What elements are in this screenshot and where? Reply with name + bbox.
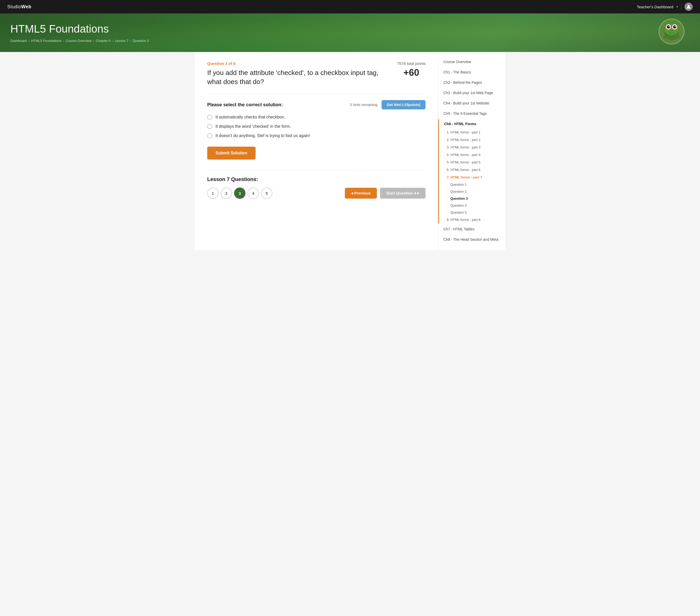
hero-content: HTML5 Foundations Dashboard › HTML5 Foun… bbox=[0, 13, 700, 52]
sidebar-lesson-1[interactable]: 1. HTML forms - part 1 bbox=[439, 128, 505, 136]
sidebar-ch3: Ch3 - Build your 1st Web Page bbox=[438, 88, 505, 98]
logo-plain: Studio bbox=[7, 4, 21, 9]
sidebar-question-5[interactable]: Question 5 bbox=[439, 209, 505, 216]
sidebar-lesson-3[interactable]: 3. HTML forms - part 3 bbox=[439, 143, 505, 151]
question-left: Question 3 of 5: If you add the attribut… bbox=[207, 61, 387, 86]
option-1-radio[interactable] bbox=[207, 115, 212, 120]
option-2-radio[interactable] bbox=[207, 124, 212, 129]
sidebar-item-ch5[interactable]: Ch5 - The 9 Essential Tags bbox=[438, 109, 505, 118]
sidebar-lesson-7[interactable]: 7. HTML forms - part 7 bbox=[439, 174, 505, 181]
option-1[interactable]: It automatically checks that checkbox. bbox=[207, 115, 426, 120]
sidebar-question-4[interactable]: Question 4 bbox=[439, 202, 505, 209]
question-numbers: 1 2 3 4 5 bbox=[207, 188, 272, 199]
main-layout: Question 3 of 5: If you add the attribut… bbox=[195, 52, 505, 250]
submit-solution-button[interactable]: Submit Solution bbox=[207, 147, 255, 160]
user-avatar[interactable] bbox=[685, 3, 693, 11]
solutions-title: Please select the correct solution: bbox=[207, 102, 283, 108]
option-3-label: It doesn't do anything. Stef is trying t… bbox=[215, 134, 310, 138]
sidebar-item-ch2[interactable]: Ch2 - Behind the Pages bbox=[438, 78, 505, 87]
sidebar-item-ch3[interactable]: Ch3 - Build your 1st Web Page bbox=[438, 88, 505, 98]
sidebar-question-1[interactable]: Question 1 bbox=[439, 181, 505, 188]
sidebar-item-ch1[interactable]: Ch1 - The Basics bbox=[438, 67, 505, 77]
topnav-divider bbox=[681, 4, 682, 10]
option-3-radio[interactable] bbox=[207, 133, 212, 138]
sidebar-item-ch4[interactable]: Ch4 - Build your 1st Website bbox=[438, 99, 505, 108]
frog-avatar bbox=[659, 18, 685, 45]
options-list: It automatically checks that checkbox. I… bbox=[207, 115, 426, 138]
page-title: HTML5 Foundations bbox=[10, 23, 690, 35]
svg-point-0 bbox=[688, 5, 690, 7]
solutions-header: Please select the correct solution: 3 hi… bbox=[207, 100, 426, 109]
question-number: Question 3 of 5: bbox=[207, 61, 387, 66]
divider-1 bbox=[207, 93, 426, 94]
option-2[interactable]: It displays the word 'checked' in the fo… bbox=[207, 124, 426, 129]
svg-point-14 bbox=[676, 36, 680, 38]
question-num-3[interactable]: 3 bbox=[234, 188, 246, 199]
breadcrumb-sep-5: › bbox=[130, 39, 131, 43]
topnav-chevron-icon[interactable]: ▾ bbox=[676, 5, 678, 9]
sidebar-question-3[interactable]: Question 3 bbox=[439, 195, 505, 202]
breadcrumb-question3[interactable]: Question 3 bbox=[133, 39, 149, 43]
sidebar-ch6: Ch6 - HTML Forms 1. HTML forms - part 1 … bbox=[438, 119, 505, 224]
get-hint-button[interactable]: Get Hint (-15points) bbox=[382, 100, 426, 109]
next-question-button[interactable]: Start Question 4 ▸ bbox=[380, 188, 426, 199]
sidebar-lesson-2[interactable]: 2. HTML forms - part 2 bbox=[439, 136, 505, 143]
previous-button[interactable]: ◂ Previous bbox=[345, 188, 377, 199]
breadcrumb-sep-2: › bbox=[63, 39, 64, 43]
question-points: 7578 total points +60 bbox=[387, 61, 426, 78]
svg-point-9 bbox=[668, 26, 670, 27]
points-total: 7578 total points bbox=[397, 61, 426, 66]
breadcrumb-sep-3: › bbox=[93, 39, 94, 43]
option-3[interactable]: It doesn't do anything. Stef is trying t… bbox=[207, 133, 426, 138]
hints-remaining: 3 hints remaining bbox=[350, 103, 377, 107]
hero-banner: HTML5 Foundations Dashboard › HTML5 Foun… bbox=[0, 13, 700, 52]
question-num-1[interactable]: 1 bbox=[207, 188, 218, 199]
question-text: If you add the attribute 'checked', to a… bbox=[207, 68, 387, 86]
breadcrumb-chapter6[interactable]: Chapter 6 bbox=[96, 39, 111, 43]
top-navigation: StudioWeb Teacher's Dashboard ▾ bbox=[0, 0, 700, 13]
sidebar-item-ch7[interactable]: Ch7 - HTML Tables bbox=[438, 225, 505, 234]
breadcrumb: Dashboard › HTML5 Foundations › Course O… bbox=[10, 39, 690, 43]
sidebar-item-course-overview[interactable]: Course Overview bbox=[438, 57, 505, 66]
hints-area: 3 hints remaining Get Hint (-15points) bbox=[350, 100, 426, 109]
sidebar-lesson-8[interactable]: 8. HTML forms - part 8 bbox=[439, 216, 505, 224]
sidebar-ch8: Ch8 - The Head Section and Meta bbox=[438, 235, 505, 244]
question-num-2[interactable]: 2 bbox=[221, 188, 232, 199]
logo-bold: Web bbox=[21, 4, 31, 9]
sidebar-item-ch6[interactable]: Ch6 - HTML Forms bbox=[439, 119, 505, 128]
breadcrumb-sep-1: › bbox=[28, 39, 29, 43]
nav-buttons: ◂ Previous Start Question 4 ▸ bbox=[345, 188, 426, 199]
option-2-label: It displays the word 'checked' in the fo… bbox=[215, 124, 291, 129]
svg-point-12 bbox=[672, 30, 673, 31]
sidebar-lesson-4[interactable]: 4. HTML forms - part 4 bbox=[439, 151, 505, 159]
question-num-4[interactable]: 4 bbox=[248, 188, 259, 199]
question-num-5[interactable]: 5 bbox=[261, 188, 272, 199]
sidebar-ch5: Ch5 - The 9 Essential Tags bbox=[438, 109, 505, 118]
svg-point-13 bbox=[663, 36, 667, 38]
breadcrumb-dashboard[interactable]: Dashboard bbox=[10, 39, 27, 43]
points-earned: +60 bbox=[397, 67, 426, 78]
sidebar-lesson-6[interactable]: 6. HTML forms - part 6 bbox=[439, 166, 505, 174]
teachers-dashboard-link[interactable]: Teacher's Dashboard bbox=[637, 5, 673, 9]
questions-nav: 1 2 3 4 5 ◂ Previous Start Question 4 ▸ bbox=[207, 188, 426, 199]
content-area: Question 3 of 5: If you add the attribut… bbox=[195, 52, 438, 250]
lesson-questions-title: Lesson 7 Questions: bbox=[207, 176, 426, 182]
sidebar-ch1: Ch1 - The Basics bbox=[438, 67, 505, 77]
breadcrumb-course-overview[interactable]: Course Overview bbox=[66, 39, 91, 43]
question-header: Question 3 of 5: If you add the attribut… bbox=[207, 61, 426, 86]
breadcrumb-sep-4: › bbox=[112, 39, 113, 43]
sidebar-course-overview: Course Overview bbox=[438, 57, 505, 66]
sidebar: Course Overview Ch1 - The Basics Ch2 - B… bbox=[438, 52, 505, 250]
app-logo[interactable]: StudioWeb bbox=[7, 4, 31, 10]
breadcrumb-lesson7[interactable]: Lesson 7 bbox=[115, 39, 128, 43]
breadcrumb-html5[interactable]: HTML5 Foundations bbox=[31, 39, 62, 43]
sidebar-ch4: Ch4 - Build your 1st Website bbox=[438, 99, 505, 108]
svg-point-11 bbox=[670, 30, 671, 31]
svg-point-10 bbox=[675, 26, 676, 27]
sidebar-item-ch8[interactable]: Ch8 - The Head Section and Meta bbox=[438, 235, 505, 244]
sidebar-question-2[interactable]: Question 2 bbox=[439, 188, 505, 195]
sidebar-lesson-5[interactable]: 5. HTML forms - part 5 bbox=[439, 159, 505, 166]
lesson-questions: Lesson 7 Questions: 1 2 3 4 5 ◂ Previous… bbox=[207, 170, 426, 199]
option-1-label: It automatically checks that checkbox. bbox=[215, 115, 285, 120]
sidebar-ch7: Ch7 - HTML Tables bbox=[438, 225, 505, 234]
